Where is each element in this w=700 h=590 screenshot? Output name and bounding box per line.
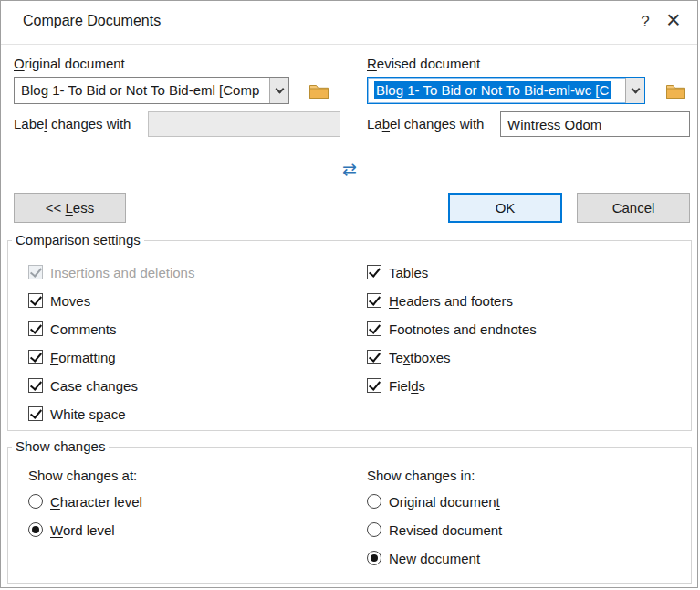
radio-circle: [28, 494, 43, 509]
checkbox-box: [367, 321, 381, 336]
show-changes-group-label: Show changes: [12, 438, 109, 454]
radio-circle: [367, 494, 381, 509]
revised-label-input[interactable]: [500, 111, 690, 137]
checkbox-box: [28, 293, 43, 308]
revised-document-label: Revised document: [367, 56, 480, 71]
folder-icon: [308, 82, 329, 102]
show-changes-in-label: Show changes in:: [367, 468, 475, 483]
checkbox-box: [28, 265, 43, 279]
checkbox-box: [28, 406, 43, 421]
radio-word-level[interactable]: Word level: [28, 522, 115, 538]
radio-circle: [28, 522, 43, 537]
less-toggle-button[interactable]: << Less: [14, 193, 126, 223]
radio-circle: [367, 551, 381, 565]
original-browse-button[interactable]: [305, 81, 332, 103]
cancel-button[interactable]: Cancel: [577, 193, 690, 223]
chevron-down-icon[interactable]: [269, 78, 288, 103]
checkbox-box: [28, 378, 43, 393]
checkbox-moves[interactable]: Moves: [28, 292, 90, 309]
help-button[interactable]: ?: [633, 10, 657, 34]
titlebar-separator: [1, 44, 697, 45]
swap-icon: ⇄: [342, 160, 357, 179]
original-document-value: Blog 1- To Bid or Not To Bid-eml [Comp: [21, 78, 267, 103]
revised-browse-button[interactable]: [662, 81, 689, 103]
checkbox-box: [367, 350, 381, 364]
compare-documents-dialog: Compare Documents ? × Original document …: [0, 0, 698, 588]
revised-document-value: Blog 1- To Bid or Not To Bid-eml-wc [C: [374, 78, 623, 103]
radio-original-document[interactable]: Original document: [367, 493, 500, 510]
checkbox-box: [28, 321, 43, 336]
checkbox-box: [367, 378, 381, 393]
checkbox-box: [367, 265, 381, 279]
original-document-label: Original document: [14, 56, 125, 71]
checkbox-tables[interactable]: Tables: [367, 264, 428, 280]
radio-new-document[interactable]: New document: [367, 550, 480, 566]
comparison-settings-group-label: Comparison settings: [12, 232, 144, 248]
checkbox-fields[interactable]: Fields: [367, 377, 425, 394]
revised-document-combobox[interactable]: Blog 1- To Bid or Not To Bid-eml-wc [C: [367, 77, 645, 104]
show-changes-at-label: Show changes at:: [28, 468, 137, 483]
checkbox-box: [28, 350, 43, 364]
radio-circle: [367, 522, 381, 537]
checkbox-box: [367, 293, 381, 308]
original-label-changes-label: Label changes with: [14, 116, 131, 132]
dialog-title: Compare Documents: [23, 13, 161, 29]
ok-button[interactable]: OK: [448, 193, 562, 223]
close-button[interactable]: ×: [658, 5, 689, 36]
revised-label-changes-label: Label changes with: [367, 116, 484, 132]
original-document-combobox[interactable]: Blog 1- To Bid or Not To Bid-eml [Comp: [14, 77, 289, 104]
checkbox-comments[interactable]: Comments: [28, 321, 117, 337]
radio-revised-document[interactable]: Revised document: [367, 522, 502, 538]
checkbox-insertions-and-deletions: Insertions and deletions: [28, 264, 194, 280]
checkbox-formatting[interactable]: Formatting: [28, 349, 116, 365]
checkbox-footnotes-and-endnotes[interactable]: Footnotes and endnotes: [367, 321, 537, 337]
folder-icon: [665, 82, 686, 102]
swap-documents-button[interactable]: ⇄: [336, 158, 363, 180]
original-label-input: [148, 111, 340, 137]
checkbox-textboxes[interactable]: Textboxes: [367, 349, 451, 365]
checkbox-case-changes[interactable]: Case changes: [28, 377, 138, 394]
checkbox-headers-and-footers[interactable]: Headers and footers: [367, 292, 513, 309]
chevron-down-icon[interactable]: [625, 78, 644, 103]
checkbox-white-space[interactable]: White space: [28, 406, 126, 422]
radio-character-level[interactable]: Character level: [28, 493, 142, 510]
